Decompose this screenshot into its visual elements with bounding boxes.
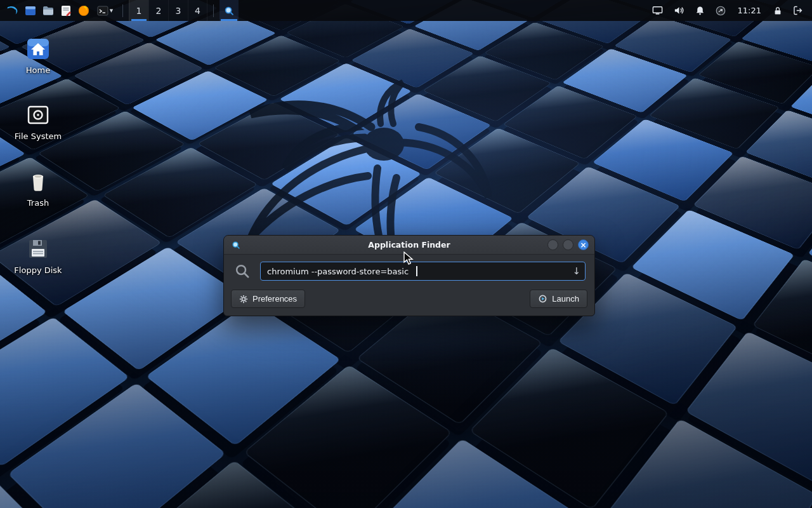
text-editor-button[interactable] [57, 2, 75, 20]
terminal-dropdown-chevron[interactable]: ▼ [110, 8, 113, 13]
file-manager-button[interactable] [22, 2, 39, 20]
top-panel: ▼ 1 2 3 4 [0, 0, 812, 21]
floppy-disk-icon [25, 236, 51, 262]
search-icon [223, 5, 235, 17]
folder-icon [42, 4, 55, 17]
desktop-icon-floppy-disk[interactable]: Floppy Disk [8, 236, 69, 275]
desktop-icon-label: Home [8, 65, 69, 75]
workspace-4-button[interactable]: 4 [188, 0, 207, 21]
lock-screen-icon[interactable] [773, 6, 783, 16]
home-icon [25, 36, 51, 62]
logout-icon[interactable] [792, 5, 803, 16]
workspace-1-button[interactable]: 1 [129, 0, 148, 21]
desktop: ▼ 1 2 3 4 [0, 0, 812, 508]
terminal-button[interactable]: ▼ [93, 2, 117, 20]
window-title: Application Finder [224, 240, 594, 250]
gear-icon [239, 295, 248, 304]
footer: Preferences Launch [224, 284, 594, 316]
kali-menu-button[interactable] [4, 2, 22, 20]
trash-icon [25, 169, 51, 194]
application-finder-task-button[interactable] [219, 0, 239, 21]
workspace-switcher: 1 2 3 4 [129, 0, 207, 21]
terminal-icon [96, 4, 109, 17]
clock[interactable]: 11:21 [738, 6, 761, 15]
text-editor-icon [60, 4, 72, 17]
system-tray: 11:21 [652, 4, 808, 17]
launch-run-icon [538, 294, 547, 304]
command-input-wrap: ↓ [260, 262, 586, 281]
combo-dropdown-arrow[interactable]: ↓ [572, 267, 580, 276]
kali-menu-icon [6, 4, 20, 18]
search-row: ↓ [224, 255, 594, 284]
launch-label: Launch [552, 294, 579, 304]
desktop-icon-home[interactable]: Home [8, 36, 69, 75]
display-icon[interactable] [652, 4, 664, 17]
preferences-label: Preferences [252, 294, 297, 304]
network-icon[interactable] [715, 5, 726, 17]
desktop-icon-label: Trash [8, 198, 69, 208]
search-icon [234, 263, 251, 280]
workspace-3-button[interactable]: 3 [168, 0, 188, 21]
desktop-icon-label: File System [8, 131, 69, 141]
preferences-button[interactable]: Preferences [231, 290, 305, 308]
command-input[interactable] [260, 262, 586, 281]
file-manager-icon [24, 4, 37, 17]
desktop-icon-trash[interactable]: Trash [8, 169, 69, 208]
notifications-bell-icon[interactable] [695, 5, 705, 16]
text-caret [416, 266, 417, 276]
desktop-icon-file-system[interactable]: File System [8, 102, 69, 141]
panel-separator [213, 4, 214, 17]
panel-separator [122, 4, 123, 17]
firefox-button[interactable] [75, 2, 93, 20]
launch-button[interactable]: Launch [530, 290, 587, 308]
workspace-2-button[interactable]: 2 [148, 0, 168, 21]
firefox-icon [77, 4, 90, 17]
folder-launcher-button[interactable] [39, 2, 57, 20]
volume-icon[interactable] [673, 4, 685, 17]
titlebar[interactable]: Application Finder × [224, 236, 594, 255]
application-finder-window: Application Finder × ↓ [223, 235, 595, 316]
file-system-icon [25, 102, 51, 128]
desktop-icon-label: Floppy Disk [8, 265, 69, 275]
